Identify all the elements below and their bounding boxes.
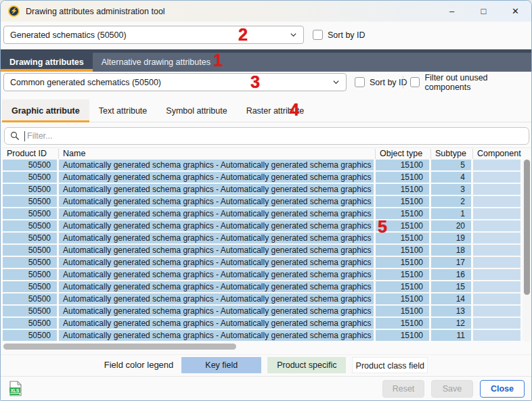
table-cell-sub[interactable]: 1 [431,208,471,219]
table-row[interactable]: 50500Automatically generated schema grap… [3,281,531,293]
table-cell-otype[interactable]: 15100 [376,269,429,280]
close-window-button[interactable]: ✕ [500,1,531,22]
table-cell-comp[interactable] [473,281,520,292]
table-cell-comp[interactable] [473,208,520,219]
table-cell-comp[interactable] [473,172,520,183]
attr-tab-raster-attribute[interactable]: Raster attribute [237,99,313,122]
table-cell-sub[interactable]: 15 [431,281,471,292]
table-cell-pid[interactable]: 50500 [3,233,57,243]
table-cell-pid[interactable]: 50500 [3,172,57,183]
schematic-dropdown[interactable]: Common generated schematics (50500) [3,73,347,91]
table-cell-name[interactable]: Automatically generated schema graphics … [59,233,374,243]
table-cell-comp[interactable] [473,269,520,280]
table-cell-comp[interactable] [473,293,520,304]
column-header-name[interactable]: Name [59,149,376,159]
table-cell-pid[interactable]: 50500 [3,245,57,256]
table-cell-pid[interactable]: 50500 [3,184,57,195]
table-cell-pid[interactable]: 50500 [3,160,57,170]
table-cell-comp[interactable] [473,184,520,195]
table-row[interactable]: 50500Automatically generated schema grap… [3,220,531,233]
sort-by-id-checkbox-top[interactable]: Sort by ID [313,26,365,44]
horizontal-scrollbar-thumb[interactable] [3,344,236,350]
table-row[interactable]: 50500Automatically generated schema grap… [3,318,531,330]
table-cell-comp[interactable] [473,220,520,231]
product-dropdown[interactable]: Generated schematics (50500) [3,26,304,44]
table-cell-sub[interactable]: 11 [431,330,471,341]
table-cell-name[interactable]: Automatically generated schema graphics … [59,208,374,219]
reset-button[interactable]: Reset [382,380,424,398]
table-cell-sub[interactable]: 16 [431,269,471,280]
table-cell-sub[interactable]: 19 [431,233,471,243]
attr-tab-graphic-attribute[interactable]: Graphic attribute [2,99,89,122]
table-cell-comp[interactable] [473,306,520,316]
table-cell-sub[interactable]: 2 [431,196,471,207]
table-cell-comp[interactable] [473,245,520,256]
table-cell-pid[interactable]: 50500 [3,306,57,316]
table-cell-otype[interactable]: 15100 [376,306,429,316]
table-row[interactable]: 50500Automatically generated schema grap… [3,160,531,172]
filter-unused-checkbox[interactable]: Filter out unused components [410,73,531,91]
table-cell-comp[interactable] [473,257,520,268]
table-cell-otype[interactable]: 15100 [376,257,429,268]
table-cell-sub[interactable]: 4 [431,172,471,183]
table-cell-sub[interactable]: 14 [431,293,471,304]
table-cell-pid[interactable]: 50500 [3,196,57,207]
table-row[interactable]: 50500Automatically generated schema grap… [3,257,531,269]
table-cell-comp[interactable] [473,318,520,329]
table-cell-name[interactable]: Automatically generated schema graphics … [59,306,374,316]
table-row[interactable]: 50500Automatically generated schema grap… [3,233,531,245]
table-cell-otype[interactable]: 15100 [376,160,429,170]
column-header-object-type[interactable]: Object type [376,149,431,159]
table-row[interactable]: 50500Automatically generated schema grap… [3,245,531,257]
minimize-button[interactable]: – [436,1,468,22]
table-cell-name[interactable]: Automatically generated schema graphics … [59,172,374,183]
column-header-component[interactable]: Component [473,149,520,159]
table-row[interactable]: 50500Automatically generated schema grap… [3,269,531,281]
table-cell-pid[interactable]: 50500 [3,257,57,268]
table-cell-name[interactable]: Automatically generated schema graphics … [59,257,374,268]
table-cell-otype[interactable]: 15100 [376,330,429,341]
table-cell-otype[interactable]: 15100 [376,172,429,183]
filter-input[interactable]: Filter... [4,127,529,145]
table-cell-pid[interactable]: 50500 [3,220,57,231]
table-cell-sub[interactable]: 13 [431,306,471,316]
table-cell-comp[interactable] [473,196,520,207]
table-cell-otype[interactable]: 15100 [376,293,429,304]
table-cell-pid[interactable]: 50500 [3,330,57,341]
table-row[interactable]: 50500Automatically generated schema grap… [3,330,531,342]
column-header-product-id[interactable]: Product ID [3,149,59,159]
table-cell-name[interactable]: Automatically generated schema graphics … [59,293,374,304]
table-cell-name[interactable]: Automatically generated schema graphics … [59,184,374,195]
vertical-scrollbar-thumb[interactable] [524,160,530,295]
table-row[interactable]: 50500Automatically generated schema grap… [3,293,531,306]
table-row[interactable]: 50500Automatically generated schema grap… [3,208,531,220]
table-cell-comp[interactable] [473,160,520,170]
table-row[interactable]: 50500Automatically generated schema grap… [3,306,531,318]
table-row[interactable]: 50500Automatically generated schema grap… [3,172,531,184]
table-cell-comp[interactable] [473,233,520,243]
table-cell-name[interactable]: Automatically generated schema graphics … [59,220,374,231]
table-cell-otype[interactable]: 15100 [376,318,429,329]
table-cell-name[interactable]: Automatically generated schema graphics … [59,245,374,256]
table-cell-name[interactable]: Automatically generated schema graphics … [59,318,374,329]
attr-tab-symbol-attribute[interactable]: Symbol attribute [156,99,236,122]
table-cell-name[interactable]: Automatically generated schema graphics … [59,160,374,170]
table-cell-name[interactable]: Automatically generated schema graphics … [59,330,374,341]
vertical-scrollbar[interactable] [523,160,531,342]
table-cell-otype[interactable]: 15100 [376,245,429,256]
xls-export-icon[interactable]: XLS [9,381,22,396]
column-header-subtype[interactable]: Subtype [431,149,473,159]
sort-by-id-checkbox-inner[interactable]: Sort by ID [355,73,407,91]
table-row[interactable]: 50500Automatically generated schema grap… [3,184,531,196]
main-tab-alternative-drawing-attributes[interactable]: Alternative drawing attributes [93,53,219,72]
table-cell-sub[interactable]: 5 [431,160,471,170]
table-cell-otype[interactable]: 15100 [376,196,429,207]
main-tab-drawing-attributes[interactable]: Drawing attributes [1,53,93,72]
table-cell-comp[interactable] [473,330,520,341]
table-cell-otype[interactable]: 15100 [376,184,429,195]
close-button[interactable]: Close [480,380,525,398]
table-cell-name[interactable]: Automatically generated schema graphics … [59,281,374,292]
table-cell-pid[interactable]: 50500 [3,269,57,280]
table-cell-name[interactable]: Automatically generated schema graphics … [59,196,374,207]
table-cell-name[interactable]: Automatically generated schema graphics … [59,269,374,280]
